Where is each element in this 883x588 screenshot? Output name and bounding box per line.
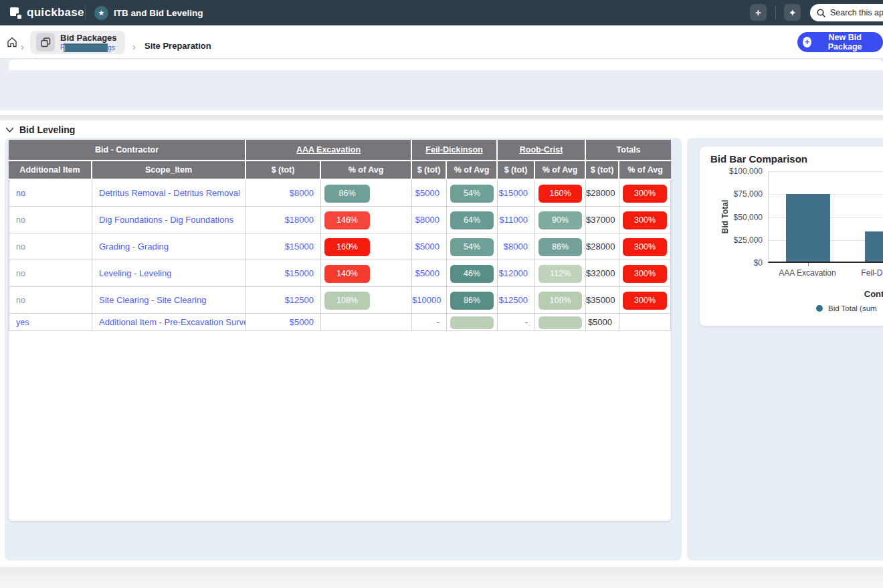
bid-amount-cell[interactable]: $12500 bbox=[246, 287, 321, 314]
scope-item-link[interactable]: Grading - Grading bbox=[92, 233, 246, 260]
pct-of-avg-cell: 160% bbox=[535, 180, 586, 207]
pct-of-avg-cell: 54% bbox=[447, 180, 498, 207]
chart-bar[interactable] bbox=[865, 231, 883, 262]
topbar: quickbase ITB and Bid Leveling + Search … bbox=[0, 0, 883, 25]
breadcrumb-chevron bbox=[132, 41, 136, 52]
bid-amount-cell[interactable]: $8000 bbox=[412, 207, 447, 233]
app-search-input[interactable]: Search this app bbox=[810, 4, 883, 21]
app-window: quickbase ITB and Bid Leveling + Search … bbox=[0, 0, 883, 588]
y-tick-label: $100,000 bbox=[716, 167, 763, 176]
additional-item-cell: no bbox=[9, 260, 92, 287]
breadcrumb-chevron bbox=[21, 41, 24, 52]
upper-section-panel bbox=[0, 59, 883, 110]
column-header: Additional Item bbox=[9, 161, 92, 180]
collapse-chevron-icon[interactable] bbox=[5, 127, 14, 133]
breadcrumb-table-name[interactable]: Bid Packages bbox=[60, 33, 117, 43]
bid-amount-cell[interactable]: $18000 bbox=[246, 207, 321, 233]
additional-item-cell[interactable]: no bbox=[9, 180, 92, 207]
x-axis-label: Contractor bbox=[768, 289, 883, 299]
pct-of-avg-badge bbox=[538, 316, 582, 329]
bid-amount-cell[interactable]: $5000 bbox=[412, 260, 447, 287]
group-header: Bid - Contractor bbox=[9, 140, 246, 161]
new-bid-package-button[interactable]: New Bid Package bbox=[797, 32, 883, 52]
global-add-button[interactable]: + bbox=[750, 4, 767, 21]
bid-amount-cell: $5000 bbox=[586, 314, 619, 331]
contractor-column-link[interactable]: AAA Excavation bbox=[246, 140, 412, 161]
table-tile bbox=[36, 33, 55, 52]
search-placeholder: Search this app bbox=[830, 8, 883, 17]
pct-of-avg-cell: 300% bbox=[619, 233, 671, 260]
scope-item-link[interactable]: Additional Item - Pre-Excavation Survey bbox=[92, 314, 246, 331]
bid-amount-cell[interactable]: $5000 bbox=[412, 180, 447, 207]
bid-amount-cell[interactable]: $12500 bbox=[498, 287, 535, 314]
pct-of-avg-badge: 86% bbox=[450, 292, 494, 310]
pct-of-avg-badge: 146% bbox=[324, 211, 370, 229]
scope-item-link[interactable]: Site Clearing - Site Clearing bbox=[92, 287, 246, 314]
bid-amount-cell[interactable]: $12000 bbox=[498, 260, 535, 287]
bid-amount-cell[interactable]: $10000 bbox=[412, 287, 447, 314]
pct-of-avg-badge: 140% bbox=[324, 265, 370, 283]
chart-plot-area bbox=[768, 171, 883, 263]
column-header: % of Avg bbox=[619, 161, 671, 180]
bid-bar-comparison-card: Bid Bar Comparison Bid Total Contractor … bbox=[699, 146, 883, 326]
legend-dot bbox=[816, 305, 823, 312]
pct-of-avg-cell: 146% bbox=[321, 207, 412, 233]
pct-of-avg-badge: 112% bbox=[538, 265, 582, 283]
chart-legend: Bid Total (sum bbox=[816, 304, 877, 312]
column-header: Scope_Item bbox=[92, 161, 246, 180]
section-title: Bid Leveling bbox=[19, 124, 75, 135]
bid-amount-cell[interactable]: $15000 bbox=[246, 233, 321, 260]
y-tick-label: $75,000 bbox=[716, 189, 763, 199]
quickbase-logo-text: quickbase bbox=[27, 6, 84, 19]
additional-item-cell: no bbox=[9, 287, 92, 314]
ai-sparkle-button[interactable] bbox=[784, 4, 801, 21]
column-header: % of Avg bbox=[321, 161, 412, 180]
additional-item-cell[interactable]: yes bbox=[9, 314, 92, 331]
scope-item-link[interactable]: Leveling - Leveling bbox=[92, 260, 246, 287]
column-header: $ (tot) bbox=[498, 161, 535, 180]
chart-bar[interactable] bbox=[786, 194, 830, 262]
pct-of-avg-cell: 300% bbox=[619, 260, 671, 287]
bid-amount-cell: $28000 bbox=[586, 233, 619, 260]
scope-item-link[interactable]: Dig Foundations - Dig Foundations bbox=[92, 207, 246, 233]
bid-amount-cell[interactable]: - bbox=[498, 314, 535, 331]
bid-amount-cell[interactable]: - bbox=[412, 314, 447, 331]
upper-card-top bbox=[9, 60, 883, 70]
pct-of-avg-badge: 90% bbox=[538, 211, 582, 229]
bid-leveling-table: Bid - ContractorAAA ExcavationFeil-Dicki… bbox=[9, 140, 671, 331]
y-tick-label: $0 bbox=[716, 258, 763, 268]
copy-icon bbox=[40, 37, 52, 48]
scope-item-link[interactable]: Detritus Removal - Detritus Removal bbox=[92, 180, 246, 207]
pct-of-avg-cell: 64% bbox=[447, 207, 498, 233]
quickbase-logo[interactable]: quickbase bbox=[9, 0, 84, 25]
pct-of-avg-cell: 90% bbox=[535, 207, 586, 233]
pct-of-avg-badge: 54% bbox=[450, 185, 494, 203]
pct-of-avg-cell: 108% bbox=[321, 287, 412, 314]
contractor-column-link[interactable]: Roob-Crist bbox=[498, 140, 586, 161]
contractor-column-link[interactable]: Feil-Dickinson bbox=[412, 140, 498, 161]
bid-amount-cell[interactable]: $8000 bbox=[246, 180, 321, 207]
pct-of-avg-cell: 54% bbox=[447, 233, 498, 260]
plus-circle-icon bbox=[803, 37, 811, 47]
column-header: $ (tot) bbox=[246, 161, 321, 180]
breadcrumb: Bid Packages Reports | Settings Site Pre… bbox=[0, 25, 883, 59]
pct-of-avg-cell bbox=[619, 314, 671, 331]
bid-amount-cell[interactable]: $15000 bbox=[246, 260, 321, 287]
bid-amount-cell[interactable]: $15000 bbox=[498, 180, 535, 207]
bid-amount-cell[interactable]: $5000 bbox=[246, 314, 321, 331]
breadcrumb-table-texts: Bid Packages Reports | Settings bbox=[60, 33, 117, 52]
pct-of-avg-badge: 300% bbox=[623, 265, 667, 283]
bid-amount-cell[interactable]: $11000 bbox=[498, 207, 535, 233]
topbar-divider bbox=[85, 5, 86, 20]
quickbase-logo-icon bbox=[9, 7, 22, 19]
home-icon[interactable] bbox=[7, 37, 17, 47]
column-header: $ (tot) bbox=[412, 161, 447, 180]
search-icon bbox=[817, 9, 825, 17]
bid-amount-cell[interactable]: $8000 bbox=[498, 233, 535, 260]
column-header: $ (tot) bbox=[586, 161, 619, 180]
app-home-link[interactable]: ITB and Bid Leveling bbox=[94, 0, 203, 25]
breadcrumb-table-chip[interactable]: Bid Packages Reports | Settings bbox=[30, 31, 125, 54]
bid-amount-cell[interactable]: $5000 bbox=[412, 233, 447, 260]
pct-of-avg-badge: 300% bbox=[623, 211, 667, 229]
pct-of-avg-badge: 108% bbox=[538, 292, 582, 310]
